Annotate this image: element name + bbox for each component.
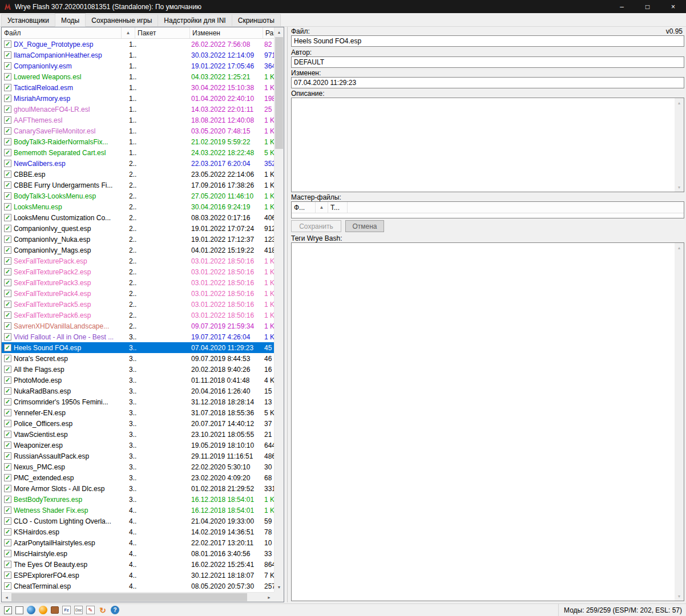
mod-checkbox[interactable]: ✓	[4, 95, 11, 102]
scroll-down-icon[interactable]: ▼	[675, 591, 684, 601]
mod-checkbox[interactable]: ✓	[4, 452, 11, 460]
mod-checkbox[interactable]: ✓	[4, 203, 11, 210]
table-row[interactable]: ✓SexFallTexturePack5.esp2..03.01.2022 18…	[2, 299, 274, 310]
table-row[interactable]: ✓SexFallTexturePack4.esp2..03.01.2022 18…	[2, 288, 274, 299]
table-row[interactable]: ✓DX_Rogue_Prototype.esp1..26.02.2022 7:5…	[2, 39, 274, 50]
mod-checkbox[interactable]: ✓	[4, 441, 11, 449]
globe-icon[interactable]	[27, 606, 35, 614]
mod-checkbox[interactable]: ✓	[4, 311, 11, 319]
table-row[interactable]: ✓CompanionIvy_Nuka.esp2..19.01.2022 17:1…	[2, 234, 274, 245]
bash-tags-box[interactable]: ▲ ▼	[291, 242, 684, 601]
table-row[interactable]: ✓Nexus_PMC.esp3..22.02.2020 5:30:1030 K	[2, 461, 274, 472]
mod-checkbox[interactable]: ✓	[4, 506, 11, 514]
table-row[interactable]: ✓BodyTalk3-LooksMenu.esp2..27.05.2020 11…	[2, 191, 274, 201]
mod-checkbox[interactable]: ✓	[4, 409, 11, 416]
table-row[interactable]: ✓ghoulMenaceFO4-LR.esl1..14.03.2022 22:0…	[2, 104, 274, 115]
table-row[interactable]: ✓CLO - Custom Lighting Overla...4..21.04…	[2, 516, 274, 526]
table-row[interactable]: ✓MiscHairstyle.esp4..08.01.2016 3:40:563…	[2, 548, 274, 559]
doc-badge-icon[interactable]: Doc	[74, 606, 83, 614]
mod-checkbox[interactable]: ✓	[4, 181, 11, 189]
unchecked-box-icon[interactable]	[15, 606, 23, 614]
mod-checkbox[interactable]: ✓	[4, 572, 11, 579]
help-icon[interactable]: ?	[111, 606, 119, 614]
mod-checkbox[interactable]: ✓	[4, 398, 11, 406]
table-row[interactable]: ✓PMC_extended.esp3..23.02.2020 4:09:2068…	[2, 472, 274, 483]
table-row[interactable]: ✓BestBodyTexrures.esp3..16.12.2018 18:54…	[2, 494, 274, 505]
mod-checkbox[interactable]: ✓	[4, 561, 11, 568]
column-header-file[interactable]: Файл	[2, 27, 122, 38]
table-row[interactable]: ✓PhotoMode.esp3..01.11.2018 0:41:484 KB	[2, 375, 274, 386]
table-row[interactable]: ✓RussianAssaultPack.esp3..29.11.2019 11:…	[2, 451, 274, 461]
master-files-list[interactable]: Ф... ▲ Т...	[291, 201, 684, 218]
mod-checkbox[interactable]: ✓	[4, 116, 11, 124]
table-row[interactable]: ✓AAFThemes.esl1..18.08.2021 12:40:081 KB	[2, 115, 274, 125]
mod-checkbox[interactable]: ✓	[4, 214, 11, 221]
masters-column-index[interactable]: Т...	[328, 202, 348, 213]
table-row[interactable]: ✓Weaponizer.esp3..19.05.2019 18:10:10644…	[2, 440, 274, 451]
column-header-size[interactable]: Разм	[263, 27, 274, 38]
table-row[interactable]: ✓All the Flags.esp3..20.02.2018 9:40:261…	[2, 364, 274, 375]
table-row[interactable]: ✓SexFallTexturePack.esp2..03.01.2022 18:…	[2, 256, 274, 266]
mod-checkbox[interactable]: ✓	[4, 496, 11, 503]
column-header-modified[interactable]: Изменен	[190, 27, 263, 38]
mod-checkbox[interactable]: ✓	[4, 51, 11, 59]
hscrollbar-thumb[interactable]	[11, 593, 247, 601]
scroll-left-icon[interactable]: ◄	[2, 593, 11, 602]
mod-checkbox[interactable]: ✓	[4, 333, 11, 341]
table-row[interactable]: ✓KSHairdos.esp4..14.02.2019 14:36:5178 K	[2, 526, 274, 537]
table-row[interactable]: ✓Nora's Secret.esp3..09.07.2019 8:44:534…	[2, 353, 274, 364]
table-row[interactable]: ✓TacticalReload.esm1..30.04.2022 15:10:3…	[2, 82, 274, 93]
table-row[interactable]: ✓AzarPonytailHairstyles.esp4..22.02.2017…	[2, 537, 274, 548]
mod-checkbox[interactable]: ✓	[4, 387, 11, 395]
mod-checkbox[interactable]: ✓	[4, 73, 11, 80]
mod-checkbox[interactable]: ✓	[4, 376, 11, 384]
table-row[interactable]: ✓Lowered Weapons.esl1..04.03.2022 1:25:2…	[2, 71, 274, 82]
scroll-up-icon[interactable]: ▲	[675, 243, 684, 252]
tab-screenshots[interactable]: Скриншоты	[232, 14, 281, 26]
table-row[interactable]: ✓llamaCompanionHeather.esp1..30.03.2022 …	[2, 50, 274, 60]
mod-checkbox[interactable]: ✓	[4, 246, 11, 254]
mod-checkbox[interactable]: ✓	[4, 344, 11, 351]
mod-checkbox[interactable]: ✓	[4, 160, 11, 167]
mod-checkbox[interactable]: ✓	[4, 463, 11, 471]
table-row[interactable]: ✓Wetness Shader Fix.esp4..16.12.2018 18:…	[2, 505, 274, 516]
mod-checkbox[interactable]: ✓	[4, 485, 11, 492]
scroll-down-icon[interactable]: ▼	[675, 183, 684, 192]
tab-saves[interactable]: Сохраненные игры	[85, 14, 158, 26]
mod-checkbox[interactable]: ✓	[4, 539, 11, 546]
mod-checkbox[interactable]: ✓	[4, 225, 11, 232]
table-row[interactable]: ✓CanarySaveFileMonitor.esl1..03.05.2020 …	[2, 125, 274, 136]
minimize-button[interactable]: –	[609, 0, 635, 13]
masters-sort-arrow-icon[interactable]: ▲	[316, 202, 328, 213]
mod-checkbox[interactable]: ✓	[4, 550, 11, 557]
mod-checkbox[interactable]: ✓	[4, 171, 11, 178]
table-row[interactable]: ✓More Armor Slots - All Dlc.esp3..01.02.…	[2, 483, 274, 494]
tags-scrollbar[interactable]: ▲ ▼	[675, 243, 684, 601]
table-row[interactable]: ✓LooksMenu.esp2..30.04.2016 9:24:191 KB	[2, 201, 274, 212]
tab-mods[interactable]: Моды	[55, 13, 86, 27]
mod-checkbox[interactable]: ✓	[4, 127, 11, 135]
mod-checkbox[interactable]: ✓	[4, 420, 11, 427]
table-row[interactable]: ✓CheatTerminal.esp4..08.05.2020 20:57:30…	[2, 581, 274, 591]
table-row[interactable]: ✓VtawScientist.esp3..23.10.2021 18:05:55…	[2, 429, 274, 440]
tab-ini-edits[interactable]: Надстройки для INI	[158, 14, 232, 26]
author-input[interactable]	[291, 56, 684, 68]
modified-input[interactable]	[291, 77, 684, 88]
scroll-right-icon[interactable]: ►	[264, 593, 274, 602]
refresh-icon[interactable]: ↻	[98, 606, 107, 615]
table-row[interactable]: ✓CompanionIvy.esm1..19.01.2022 17:05:463…	[2, 60, 274, 71]
mod-checkbox[interactable]: ✓	[4, 355, 11, 362]
mod-checkbox[interactable]: ✓	[4, 268, 11, 275]
close-button[interactable]: ×	[660, 0, 686, 13]
vertical-scrollbar[interactable]: ▲ ▼	[274, 27, 284, 592]
scroll-down-icon[interactable]: ▼	[275, 582, 284, 592]
table-row[interactable]: ✓MisriahArmory.esp1..01.04.2020 22:40:10…	[2, 93, 274, 104]
checked-box-icon[interactable]: ✓	[4, 606, 12, 614]
mod-checkbox[interactable]: ✓	[4, 192, 11, 200]
sort-arrow-icon[interactable]: ▲	[122, 27, 135, 38]
orange-ball-icon[interactable]	[39, 606, 47, 614]
table-row[interactable]: ✓NukaRadBans.esp3..20.04.2016 1:26:4015 …	[2, 386, 274, 396]
scroll-up-icon[interactable]: ▲	[275, 27, 284, 37]
table-row[interactable]: ✓SavrenXHDVanillaLandscape...2..09.07.20…	[2, 321, 274, 331]
satchel-icon[interactable]	[51, 606, 59, 614]
